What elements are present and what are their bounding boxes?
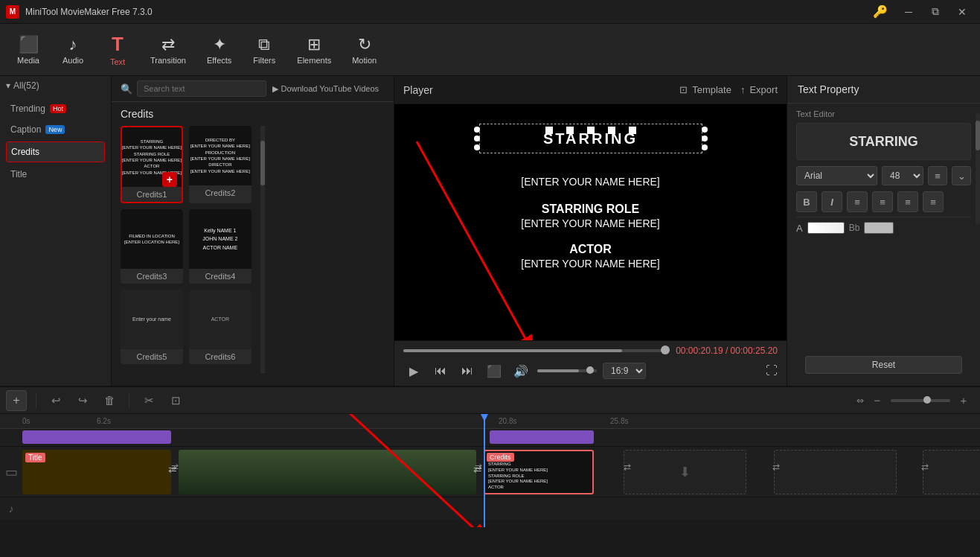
zoom-controls: ⇔ − + [856, 390, 974, 411]
credits-badge: Credits [487, 453, 514, 462]
title-badge: Title [25, 453, 45, 462]
font-select[interactable]: Arial [796, 166, 877, 185]
time-ruler: 0s 6.2s 20.8s 25.8s [0, 414, 980, 429]
all-header: ▾ All(52) [0, 76, 111, 95]
aspect-ratio-select[interactable]: 16:9 [603, 363, 646, 379]
player-controls: 00:00:20.19 / 00:00:25.20 ▶ ⏮ ⏭ ⬛ 🔊 16:9… [394, 340, 787, 386]
toolbar-elements[interactable]: ⊞ Elements [286, 31, 342, 69]
empty-clip-2 [774, 450, 897, 494]
toolbar-audio[interactable]: ♪ Audio [51, 31, 95, 69]
timeline: + ↩ ↪ 🗑 ✂ ⊡ ⇔ − + 0s 6.2s 20.8s 25.8s [0, 386, 980, 527]
export-icon: ↑ [740, 84, 746, 95]
export-button[interactable]: ↑ Export [740, 84, 778, 95]
video-clip-2[interactable] [179, 450, 476, 494]
color-a-label: A [796, 223, 803, 234]
toolbar-text[interactable]: T Text [95, 28, 140, 71]
right-panel-scrollbar[interactable] [976, 113, 980, 225]
nav-item-caption[interactable]: Caption New [0, 119, 111, 140]
close-button[interactable]: ✕ [950, 0, 974, 24]
font-size-select[interactable]: 48 [882, 166, 923, 185]
cut-button[interactable]: ✂ [138, 390, 159, 411]
stop-button[interactable]: ⬛ [484, 360, 505, 381]
align-right-button[interactable]: ≡ [897, 191, 918, 212]
playhead[interactable] [484, 414, 485, 527]
redo-button[interactable]: ↪ [72, 390, 93, 411]
align-more-icon[interactable]: ⌄ [952, 166, 971, 185]
color-row: A Bb [796, 222, 971, 234]
text-preview-box[interactable]: STARRING [796, 123, 971, 160]
credits-card-4[interactable]: Kelly NAME 1 JOHN NAME 2 ACTOR NAME Cred… [189, 209, 252, 284]
credits-thumb-2: DIRECTED BY [ENTER YOUR NAME HERE] PRODU… [189, 126, 252, 185]
italic-button[interactable]: I [822, 191, 842, 212]
video-enter-name-2: [ENTER YOUR NAME HERE] [521, 217, 659, 229]
header-actions: ⊡ Template ↑ Export [679, 84, 778, 95]
credits-card-2[interactable]: DIRECTED BY [ENTER YOUR NAME HERE] PRODU… [189, 126, 252, 203]
add-to-timeline-icon: + [162, 172, 177, 187]
play-button[interactable]: ▶ [403, 360, 424, 381]
progress-track[interactable] [403, 349, 670, 352]
transition-icon-2: ⇄ [473, 463, 482, 475]
bg-color-swatch[interactable] [864, 222, 894, 234]
credits-title-segment[interactable] [490, 430, 594, 444]
credits-card-5[interactable]: Enter your name Credits5 [121, 290, 183, 364]
delete-button[interactable]: 🗑 [99, 390, 120, 411]
credits-thumb-5: Enter your name [121, 290, 183, 349]
bold-button[interactable]: B [796, 191, 817, 212]
more-format-button[interactable]: ≡ [923, 191, 944, 212]
svg-line-1 [417, 141, 536, 340]
restore-button[interactable]: ⧉ [923, 0, 947, 24]
credits-card-1[interactable]: STARRING [ENTER YOUR NAME HERE] STARRING… [121, 126, 183, 203]
prev-button[interactable]: ⏮ [430, 360, 451, 381]
format-row: B I ≡ ≡ ≡ ≡ [796, 191, 971, 212]
credits-clip[interactable]: Credits STARRING [ENTER YOUR NAME HERE] … [484, 450, 594, 494]
toolbar-effects[interactable]: ✦ Effects [196, 31, 242, 69]
app-title: MiniTool MovieMaker Free 7.3.0 [25, 7, 873, 17]
template-button[interactable]: ⊡ Template [679, 84, 731, 95]
credits-card-3-label: Credits3 [121, 269, 183, 284]
download-youtube-button[interactable]: ▶ Download YouTube Videos [266, 81, 385, 97]
zoom-track[interactable] [891, 399, 950, 402]
fullscreen-button[interactable]: ⛶ [766, 364, 778, 378]
zoom-out-button[interactable]: − [867, 390, 888, 411]
time-mark-1: 6.2s [97, 417, 111, 425]
video-track: ▭ Title ⇄ ⇄ Credits [0, 447, 980, 497]
toolbar-filters[interactable]: ⧉ Filters [242, 31, 286, 69]
music-track-icon: ♪ [0, 503, 22, 515]
right-panel: Text Property Text Editor STARRING Arial… [787, 76, 980, 386]
search-input[interactable] [137, 80, 266, 97]
toolbar-transition[interactable]: ⇄ Transition [140, 31, 196, 69]
volume-track[interactable] [537, 369, 597, 372]
align-center-button[interactable]: ≡ [872, 191, 893, 212]
text-editor-label: Text Editor [796, 109, 971, 118]
minimize-button[interactable]: ─ [897, 0, 920, 24]
video-clip-2-thumb [179, 450, 476, 494]
toolbar-separator-2 [129, 393, 129, 408]
transition-icon-1: ⇄ [168, 463, 177, 475]
align-left-button[interactable]: ≡ [847, 191, 868, 212]
add-media-button[interactable]: + [6, 390, 27, 411]
next-button[interactable]: ⏭ [457, 360, 478, 381]
video-clip-1[interactable]: Title [22, 450, 171, 494]
credits-card-3[interactable]: FILMED IN LOCATION [ENTER LOCATION HERE]… [121, 209, 183, 284]
audio-icon: ♪ [69, 35, 77, 54]
toolbar-media[interactable]: ⬛ Media [6, 31, 51, 69]
text-color-swatch[interactable] [807, 222, 845, 234]
credits-scrollbar[interactable] [260, 126, 265, 373]
reset-button[interactable]: Reset [805, 356, 962, 374]
nav-item-title[interactable]: Title [0, 164, 111, 185]
zoom-in-button[interactable]: + [953, 390, 974, 411]
music-track: ♪ [0, 497, 980, 520]
crop-button[interactable]: ⊡ [165, 390, 186, 411]
credits-card-6[interactable]: ACTOR Credits6 [189, 290, 252, 364]
toolbar-motion[interactable]: ↻ Motion [342, 31, 387, 69]
effects-icon: ✦ [213, 35, 226, 54]
undo-button[interactable]: ↩ [45, 390, 66, 411]
title-segment[interactable] [22, 430, 171, 444]
credits-panel: 🔍 ▶ Download YouTube Videos Credits STAR… [112, 76, 394, 386]
nav-item-trending[interactable]: Trending Hot [0, 98, 111, 119]
time-mark-2: 20.8s [499, 417, 516, 425]
nav-item-credits[interactable]: Credits [6, 141, 105, 162]
credits-thumb-4: Kelly NAME 1 JOHN NAME 2 ACTOR NAME [189, 209, 252, 269]
align-icon[interactable]: ≡ [928, 166, 947, 185]
download-icon: ⬇ [679, 464, 691, 480]
